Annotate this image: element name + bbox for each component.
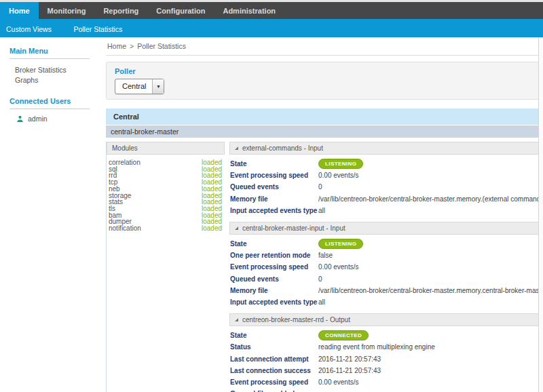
stat-row: Memory file /var/lib/centreon-broker/cen…: [230, 285, 543, 296]
nav-tab-monitoring[interactable]: Monitoring: [39, 2, 95, 19]
stat-label: Last connection success: [230, 367, 318, 374]
module-status: loaded: [202, 225, 222, 232]
stat-value: 2016-11-21 20:57:43: [318, 367, 381, 374]
page-layout: Main Menu Broker Statistics Graphs Conne…: [0, 37, 543, 392]
stat-label: Memory file: [230, 195, 318, 203]
broker-stats-panel: Central central-broker-master Modules co…: [106, 109, 543, 392]
collapse-triangle-icon: [235, 318, 238, 321]
spacer: [10, 85, 94, 96]
stat-value: false: [318, 252, 333, 259]
modules-column: Modules correlation loaded sql loaded rr…: [107, 142, 225, 232]
collapse-triangle-icon: [235, 146, 238, 150]
poller-filter-panel: Poller Central ▼: [106, 62, 543, 100]
nav-tab-reporting[interactable]: Reporting: [94, 2, 147, 19]
stat-row: Status reading event from multiplexing e…: [230, 341, 543, 353]
poller-select[interactable]: Central ▼: [115, 79, 164, 94]
nav-tab-administration[interactable]: Administration: [214, 2, 284, 19]
subnav-item-poller-statistics[interactable]: Poller Statistics: [73, 25, 122, 33]
stat-label: Queued events: [230, 275, 318, 283]
stat-row: Queued file enabled no: [230, 388, 543, 392]
nav-tab-label: Home: [9, 7, 30, 15]
section-rows: State LISTENING Event processing speed 0…: [229, 155, 543, 218]
stat-label: Event processing speed: [230, 378, 318, 386]
nav-tab-home[interactable]: Home: [0, 2, 39, 19]
stat-label: Status: [230, 343, 318, 351]
section-header[interactable]: central-broker-master-input - Input: [229, 222, 543, 235]
breadcrumb-item: Poller Statistics: [137, 42, 186, 50]
stat-row: State LISTENING: [230, 238, 543, 250]
breadcrumb-rule: [106, 55, 543, 56]
breadcrumb-separator: >: [130, 42, 134, 50]
state-badge: CONNECTED: [318, 330, 369, 340]
stat-value: all: [318, 298, 325, 306]
nav-tabs: Home Monitoring Reporting Configuration …: [0, 2, 284, 19]
stat-value: 0: [318, 275, 322, 283]
stat-label: Queued events: [230, 183, 318, 191]
stat-label: Event processing speed: [230, 263, 318, 271]
stat-label: State: [230, 160, 318, 168]
sidebar-item-graphs[interactable]: Graphs: [10, 75, 94, 85]
user-icon: [16, 115, 24, 123]
breadcrumb: Home>Poller Statistics: [106, 41, 543, 50]
sidebar: Main Menu Broker Statistics Graphs Conne…: [0, 37, 100, 392]
stat-row: Event processing speed 0.00 events/s: [230, 376, 543, 388]
breadcrumb-item[interactable]: Home: [107, 42, 126, 50]
stat-value: 0.00 events/s: [318, 378, 358, 386]
section-title: external-commands - Input: [242, 144, 323, 152]
stat-label: Input accepted events type: [230, 298, 318, 306]
state-badge: LISTENING: [318, 159, 363, 169]
section-title: central-broker-master-input - Input: [242, 224, 345, 232]
vertical-scrollbar[interactable]: [538, 37, 543, 392]
nav-tab-label: Administration: [223, 7, 276, 15]
stat-label: One peer retention mode: [230, 252, 318, 259]
panel-columns: Modules correlation loaded sql loaded rr…: [106, 142, 543, 392]
module-row: notification loaded: [109, 225, 222, 232]
nav-tab-configuration[interactable]: Configuration: [147, 2, 214, 19]
collapse-triangle-icon: [235, 227, 238, 230]
endpoint-sections-column: external-commands - Input State LISTENIN…: [229, 142, 543, 392]
sidebar-item-broker-statistics[interactable]: Broker Statistics: [10, 64, 94, 75]
nav-tab-label: Configuration: [156, 7, 205, 15]
stat-value: 0: [318, 183, 322, 191]
module-name: notification: [109, 225, 141, 232]
stat-row: Event processing speed 0.00 events/s: [230, 261, 543, 273]
endpoint-section: external-commands - Input State LISTENIN…: [229, 142, 543, 218]
stat-value: 2016-11-21 20:57:43: [318, 355, 381, 363]
endpoint-section: centreon-broker-master-rrd - Output Stat…: [229, 313, 543, 392]
stat-row: One peer retention mode false: [230, 250, 543, 261]
connected-users-list: admin: [10, 115, 94, 123]
main-content: Home>Poller Statistics Poller Central ▼ …: [100, 37, 543, 392]
section-title: centreon-broker-master-rrd - Output: [242, 316, 350, 324]
stat-value: /var/lib/centreon-broker/central-broker-…: [318, 195, 543, 203]
stat-row: Input accepted events type all: [230, 296, 543, 308]
stat-row: State CONNECTED: [230, 330, 543, 341]
modules-header: Modules: [107, 142, 225, 155]
subnav-item-custom-views[interactable]: Custom Views: [6, 25, 52, 33]
nav-tab-label: Reporting: [103, 7, 138, 15]
poller-panel-title: Central: [106, 109, 543, 125]
stat-value: all: [318, 207, 325, 214]
poller-label: Poller: [115, 67, 543, 75]
stat-label: Input accepted events type: [230, 207, 318, 214]
stat-label: Last connection attempt: [230, 355, 318, 363]
section-rows: State LISTENING One peer retention mode …: [229, 235, 543, 310]
stat-row: Queued events 0: [230, 181, 543, 193]
endpoint-section: central-broker-master-input - Input Stat…: [229, 222, 543, 310]
stat-value: 0.00 events/s: [318, 263, 358, 271]
stat-row: Last connection success 2016-11-21 20:57…: [230, 365, 543, 376]
connected-user[interactable]: admin: [10, 115, 94, 123]
section-header[interactable]: external-commands - Input: [229, 142, 543, 155]
top-navigation-bar: Home Monitoring Reporting Configuration …: [0, 2, 543, 19]
state-badge: LISTENING: [318, 239, 363, 249]
subnav-items: Custom Views Poller Statistics: [6, 22, 141, 35]
broker-instance-title: central-broker-master: [106, 125, 543, 138]
stat-label: State: [230, 240, 318, 248]
stat-row: Queued events 0: [230, 273, 543, 285]
stat-row: Input accepted events type all: [230, 205, 543, 216]
divider: [10, 109, 90, 109]
stat-value: /var/lib/centreon-broker/central-broker-…: [318, 287, 543, 294]
nav-tab-label: Monitoring: [48, 7, 86, 15]
connected-users-heading: Connected Users: [10, 97, 94, 105]
poller-select-value: Central: [115, 79, 152, 94]
section-header[interactable]: centreon-broker-master-rrd - Output: [229, 313, 543, 326]
